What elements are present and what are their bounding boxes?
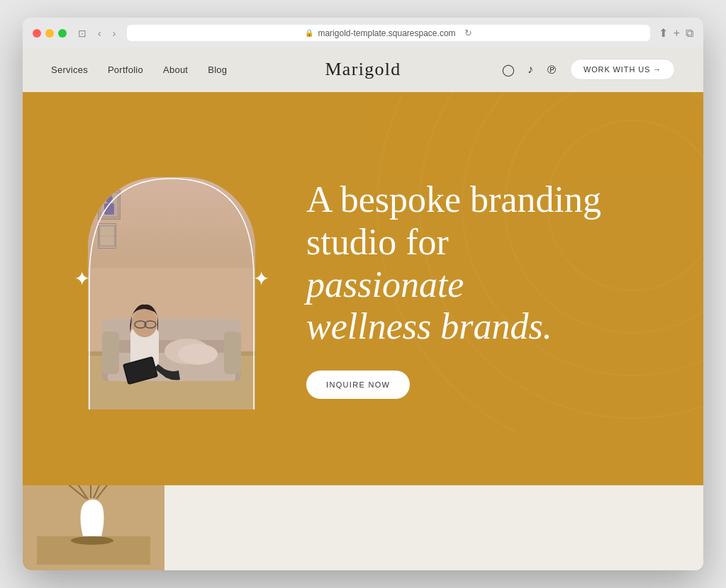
inquire-now-button[interactable]: INQUIRE NOW [306,371,410,399]
nav-wrapper: Services Portfolio About Blog Marigold ◯… [51,59,675,80]
forward-button[interactable]: › [110,26,119,40]
nav-portfolio[interactable]: Portfolio [108,64,143,75]
browser-actions: ⬆ + ⧉ [659,26,693,40]
hero-text: A bespoke branding studio for passionate… [264,179,703,399]
windows-button[interactable]: ⧉ [686,27,693,40]
minimize-button[interactable] [45,29,54,38]
hero-headline: A bespoke branding studio for passionate… [306,179,604,348]
nav-right: ◯ ♪ ℗ WORK WITH US → [502,59,675,80]
bottom-left-image [23,485,164,570]
sparkle-left: ✦ [74,269,90,289]
arch-container: ✦ ✦ [79,169,264,409]
nav-about[interactable]: About [163,64,188,75]
nav-left: Services Portfolio About Blog [51,64,227,75]
back-button[interactable]: ‹ [95,26,104,40]
browser-window: ⊡ ‹ › 🔒 marigold-template.squarespace.co… [23,18,703,570]
url-text: marigold-template.squarespace.com [318,28,455,38]
browser-chrome: ⊡ ‹ › 🔒 marigold-template.squarespace.co… [23,18,703,47]
nav-blog[interactable]: Blog [208,64,227,75]
bottom-strip [23,485,703,570]
sidebar-toggle[interactable]: ⊡ [75,26,89,40]
brand-name[interactable]: Marigold [325,59,401,80]
lock-icon: 🔒 [305,29,313,37]
tiktok-icon[interactable]: ♪ [527,63,533,76]
new-tab-button[interactable]: + [674,27,680,40]
traffic-lights [33,29,67,38]
hero-section: ✦ ✦ A bespoke branding studio for passio… [23,92,703,485]
address-bar[interactable]: 🔒 marigold-template.squarespace.com ↻ [127,25,649,41]
browser-controls: ⊡ ‹ › [75,26,118,40]
work-with-us-button[interactable]: WORK WITH US → [570,59,675,80]
svg-point-36 [71,536,113,545]
nav-services[interactable]: Services [51,64,88,75]
maximize-button[interactable] [58,29,67,38]
arch-border [79,169,264,409]
instagram-icon[interactable]: ◯ [502,63,515,77]
refresh-icon[interactable]: ↻ [464,28,472,38]
navigation: Services Portfolio About Blog Marigold ◯… [23,47,703,92]
close-button[interactable] [33,29,41,38]
pinterest-icon[interactable]: ℗ [546,63,557,77]
share-button[interactable]: ⬆ [659,26,668,40]
website-content: Services Portfolio About Blog Marigold ◯… [23,47,703,570]
arch-frame: ✦ ✦ [79,169,264,409]
bottom-right-area [164,485,703,570]
